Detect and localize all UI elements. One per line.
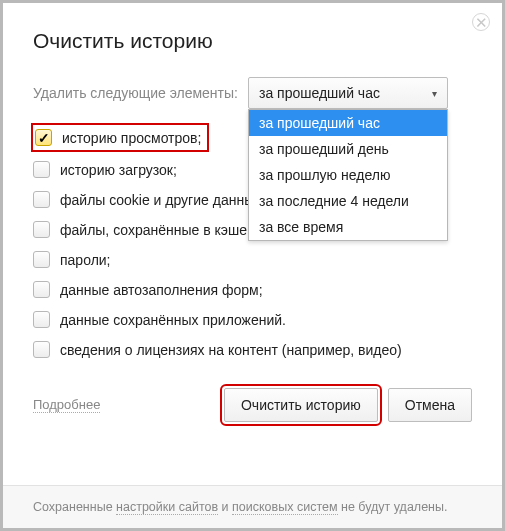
time-range-value: за прошедший час <box>259 85 380 101</box>
time-range-option[interactable]: за все время <box>249 214 447 240</box>
clear-history-dialog: ✕ Очистить историю Удалить следующие эле… <box>3 3 502 485</box>
checkbox[interactable] <box>33 281 50 298</box>
checkbox[interactable] <box>33 221 50 238</box>
cancel-button[interactable]: Отмена <box>388 388 472 422</box>
time-range-label: Удалить следующие элементы: <box>33 85 238 101</box>
dialog-footer: Подробнее Очистить историю Отмена <box>33 388 472 422</box>
checkbox-row: данные сохранённых приложений. <box>33 311 472 328</box>
checkbox[interactable] <box>33 161 50 178</box>
checkbox-label: данные автозаполнения форм; <box>60 282 263 298</box>
note-mid: и <box>218 500 232 514</box>
checkbox-row: историю просмотров; <box>31 123 209 152</box>
time-range-option[interactable]: за прошедший час <box>249 110 447 136</box>
clear-history-button[interactable]: Очистить историю <box>224 388 378 422</box>
checkbox[interactable] <box>33 251 50 268</box>
checkbox-label: данные сохранённых приложений. <box>60 312 286 328</box>
note-post: не будут удалены. <box>338 500 448 514</box>
time-range-option[interactable]: за последние 4 недели <box>249 188 447 214</box>
checkbox-label: сведения о лицензиях на контент (наприме… <box>60 342 402 358</box>
close-icon[interactable]: ✕ <box>472 13 490 31</box>
time-range-dropdown: за прошедший часза прошедший деньза прош… <box>248 109 448 241</box>
checkbox[interactable] <box>33 311 50 328</box>
checkbox-label: историю просмотров; <box>62 130 201 146</box>
note-pre: Сохраненные <box>33 500 116 514</box>
footer-note: Сохраненные настройки сайтов и поисковых… <box>3 485 502 528</box>
chevron-down-icon: ▾ <box>432 88 437 99</box>
checkbox[interactable] <box>35 129 52 146</box>
checkbox[interactable] <box>33 341 50 358</box>
more-details-link[interactable]: Подробнее <box>33 397 100 413</box>
time-range-row: Удалить следующие элементы: за прошедший… <box>33 77 472 109</box>
note-link-search-engines[interactable]: поисковых систем <box>232 500 337 515</box>
dialog-frame: ✕ Очистить историю Удалить следующие эле… <box>0 0 505 531</box>
time-range-option[interactable]: за прошедший день <box>249 136 447 162</box>
time-range-display[interactable]: за прошедший час ▾ <box>248 77 448 109</box>
checkbox-label: историю загрузок; <box>60 162 177 178</box>
checkbox-row: данные автозаполнения форм; <box>33 281 472 298</box>
checkbox-label: файлы, сохранённые в кэше; <box>60 222 251 238</box>
checkbox-row: пароли; <box>33 251 472 268</box>
checkbox-label: пароли; <box>60 252 111 268</box>
note-link-site-settings[interactable]: настройки сайтов <box>116 500 218 515</box>
time-range-option[interactable]: за прошлую неделю <box>249 162 447 188</box>
time-range-select[interactable]: за прошедший час ▾ за прошедший часза пр… <box>248 77 448 109</box>
dialog-title: Очистить историю <box>33 29 472 53</box>
checkbox-row: сведения о лицензиях на контент (наприме… <box>33 341 472 358</box>
checkbox[interactable] <box>33 191 50 208</box>
